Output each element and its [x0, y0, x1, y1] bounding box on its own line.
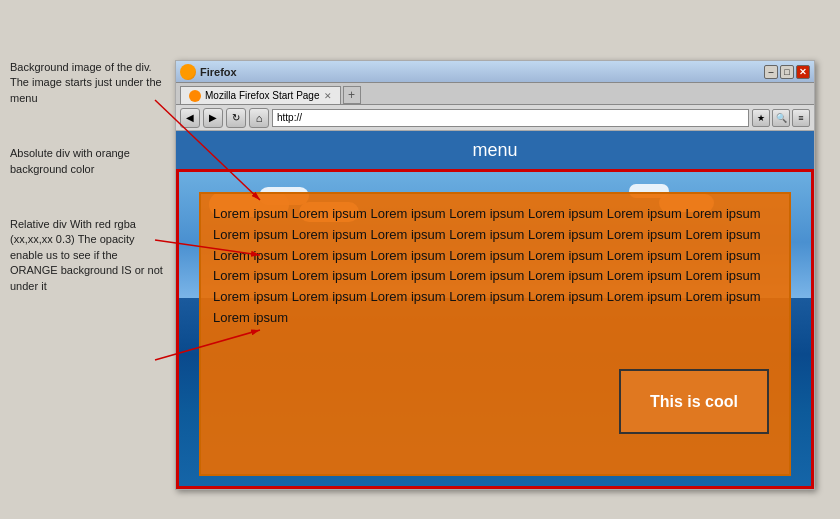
- menu-label: menu: [472, 140, 517, 161]
- annotation-1-text: Background image of the div. The image s…: [10, 61, 162, 104]
- bookmark-icon[interactable]: ★: [752, 109, 770, 127]
- annotations-panel: Background image of the div. The image s…: [10, 60, 165, 322]
- menu-icon[interactable]: ≡: [792, 109, 810, 127]
- browser-title: Firefox: [200, 66, 237, 78]
- this-is-cool-button[interactable]: This is cool: [619, 369, 769, 434]
- forward-button[interactable]: ▶: [203, 108, 223, 128]
- lorem-relative-div: Lorem ipsum Lorem ipsum Lorem ipsum Lore…: [201, 194, 789, 474]
- tab-label: Mozilla Firefox Start Page: [205, 90, 320, 101]
- url-text: http://: [277, 112, 302, 123]
- page-main-div: Lorem ipsum Lorem ipsum Lorem ipsum Lore…: [176, 169, 814, 489]
- home-button[interactable]: ⌂: [249, 108, 269, 128]
- page-menu-bar: menu: [176, 131, 814, 169]
- browser-window: Firefox – □ ✕ Mozilla Firefox Start Page…: [175, 60, 815, 490]
- search-icon[interactable]: 🔍: [772, 109, 790, 127]
- annotation-3: Relative div With red rgba (xx,xx,xx 0.3…: [10, 217, 165, 294]
- annotation-1: Background image of the div. The image s…: [10, 60, 165, 106]
- titlebar-controls: – □ ✕: [764, 65, 810, 79]
- reload-button[interactable]: ↻: [226, 108, 246, 128]
- tab-favicon-icon: [189, 90, 201, 102]
- back-button[interactable]: ◀: [180, 108, 200, 128]
- maximize-button[interactable]: □: [780, 65, 794, 79]
- minimize-button[interactable]: –: [764, 65, 778, 79]
- annotation-2: Absolute div with orange background colo…: [10, 146, 165, 177]
- nav-right-icons: ★ 🔍 ≡: [752, 109, 810, 127]
- url-bar[interactable]: http://: [272, 109, 749, 127]
- browser-titlebar: Firefox – □ ✕: [176, 61, 814, 83]
- lorem-text: Lorem ipsum Lorem ipsum Lorem ipsum Lore…: [213, 206, 761, 325]
- cool-button-label: This is cool: [650, 389, 738, 415]
- close-button[interactable]: ✕: [796, 65, 810, 79]
- new-tab-button[interactable]: +: [343, 86, 361, 104]
- annotation-2-text: Absolute div with orange background colo…: [10, 147, 130, 174]
- browser-navbar: ◀ ▶ ↻ ⌂ http:// ★ 🔍 ≡: [176, 105, 814, 131]
- firefox-logo-icon: [180, 64, 196, 80]
- annotation-3-text: Relative div With red rgba (xx,xx,xx 0.3…: [10, 218, 163, 292]
- tab-close-icon[interactable]: ✕: [324, 91, 332, 101]
- browser-tabbar: Mozilla Firefox Start Page ✕ +: [176, 83, 814, 105]
- orange-absolute-div: Lorem ipsum Lorem ipsum Lorem ipsum Lore…: [199, 192, 791, 476]
- browser-content: menu Lorem ipsum Lorem ipsum Lorem ipsum…: [176, 131, 814, 489]
- titlebar-left: Firefox: [180, 64, 237, 80]
- browser-tab[interactable]: Mozilla Firefox Start Page ✕: [180, 86, 341, 104]
